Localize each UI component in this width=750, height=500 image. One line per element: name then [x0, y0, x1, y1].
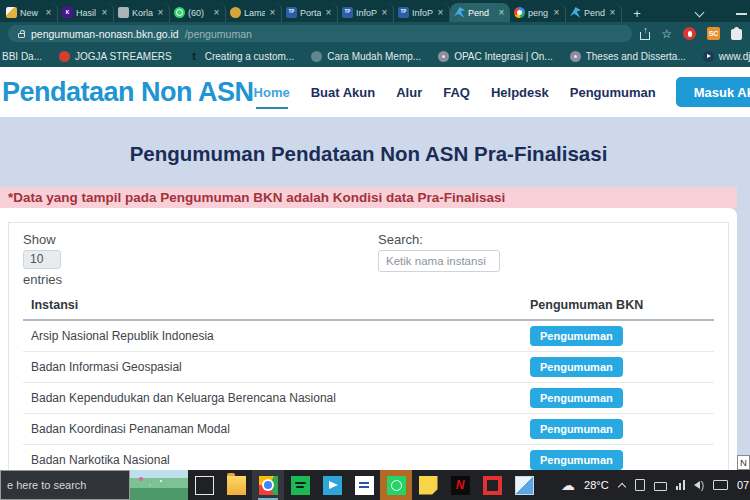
lock-icon[interactable] [18, 33, 25, 38]
tab-porta[interactable]: TP Porta [282, 3, 338, 22]
tab-whatsapp[interactable]: (60) [170, 3, 226, 22]
notice-banner: *Data yang tampil pada Pengumuman BKN ad… [0, 187, 737, 208]
weather-cloud-icon[interactable] [561, 478, 575, 492]
entries-select[interactable]: 10 [23, 250, 61, 269]
search-input[interactable] [378, 250, 500, 272]
share-icon[interactable] [640, 32, 650, 40]
screen: New K Hasil Korla (60) Lama TP Porta [0, 0, 750, 500]
nav-faq[interactable]: FAQ [443, 85, 470, 100]
login-button[interactable]: Masuk Ak [676, 77, 750, 107]
bookmark-cara-mudah[interactable]: Cara Mudah Memp... [311, 51, 421, 62]
tab-new[interactable]: New [2, 3, 58, 22]
tab-pendataan-2[interactable]: Pend [566, 3, 622, 22]
tab-close-icon[interactable] [156, 8, 165, 17]
tab-close-icon[interactable] [100, 8, 109, 17]
search-label: Search: [378, 232, 500, 247]
table-row: Badan Koordinasi Penanaman Modal Pengumu… [23, 414, 714, 445]
content-card: Show 10 entries Search: Instansi Pengumu… [0, 208, 737, 470]
weather-temp[interactable]: 28°C [584, 479, 609, 491]
bookmark-jogja-streamers[interactable]: JOGJA STREAMERS [59, 51, 172, 62]
spotlight-thumbnail[interactable] [130, 470, 188, 500]
nav-home[interactable]: Home [254, 85, 290, 100]
netflix-icon[interactable] [444, 470, 476, 500]
pengumuman-button[interactable]: Pengumuman [530, 357, 623, 377]
nav-pengumuman[interactable]: Pengumuman [570, 85, 656, 100]
task-view-icon[interactable] [188, 470, 220, 500]
bookmark-djk-esdm[interactable]: www.djk.esdm.go.id... [703, 51, 750, 62]
nav-alur[interactable]: Alur [396, 85, 422, 100]
bookmark-favicon [703, 51, 714, 62]
show-label: Show [23, 232, 714, 247]
tab-close-icon[interactable] [608, 8, 617, 17]
url-host: pengumuman-nonasn.bkn.go.id [31, 28, 179, 40]
tab-close-icon[interactable] [552, 8, 561, 17]
tray-chevron-up-icon[interactable] [618, 481, 626, 489]
bookmarks-bar: BBI Da... JOGJA STREAMERS Creating a cus… [0, 45, 750, 67]
chrome-icon[interactable] [252, 470, 284, 500]
tab-infop-2[interactable]: TP InfoP [394, 3, 450, 22]
tab-close-icon[interactable] [324, 8, 333, 17]
bookmark-creating-custom[interactable]: Creating a custom... [189, 51, 294, 62]
tab-close-icon[interactable] [212, 8, 221, 17]
volume-icon[interactable] [694, 480, 704, 491]
tab-favicon: TP [342, 7, 353, 18]
tab-lama[interactable]: Lama [226, 3, 282, 22]
tab-close-icon[interactable] [380, 8, 389, 17]
bookmark-favicon [438, 51, 449, 62]
address-bar[interactable]: pengumuman-nonasn.bkn.go.id /pengumuman [8, 25, 632, 42]
tab-close-icon[interactable] [44, 8, 53, 17]
tab-hasil[interactable]: K Hasil [58, 3, 114, 22]
site-header: Pendataan Non ASN HomeBuat AkunAlurFAQHe… [0, 67, 750, 117]
pengumuman-button[interactable]: Pengumuman [530, 419, 623, 439]
webpage-viewport: Pendataan Non ASN HomeBuat AkunAlurFAQHe… [0, 67, 750, 470]
tab-google-search[interactable]: peng [510, 3, 566, 22]
extensions-puzzle-icon[interactable] [731, 29, 742, 40]
tab-favicon: K [62, 7, 73, 18]
tab-korla[interactable]: Korla [114, 3, 170, 22]
new-tab-button[interactable] [627, 4, 647, 22]
touch-keyboard-icon[interactable] [713, 480, 728, 490]
photos-icon[interactable] [508, 470, 540, 500]
tab-favicon [454, 7, 465, 18]
minimize-window-button[interactable] [736, 4, 750, 22]
bookmark-favicon [59, 51, 70, 62]
pengumuman-button[interactable]: Pengumuman [530, 450, 623, 470]
clock[interactable]: 07 [737, 479, 750, 491]
column-header-pengumuman-bkn: Pengumuman BKN [530, 298, 643, 312]
opera-icon[interactable] [476, 470, 508, 500]
file-explorer-icon[interactable] [220, 470, 252, 500]
whatsapp-icon[interactable] [380, 470, 412, 500]
taskbar: e here to search [0, 470, 750, 500]
tray-device-icon[interactable] [654, 482, 667, 491]
bookmark-opac[interactable]: OPAC Integrasi | On... [438, 51, 553, 62]
nav-buat-akun[interactable]: Buat Akun [311, 85, 376, 100]
telegram-icon[interactable] [316, 470, 348, 500]
bookmark-theses[interactable]: Theses and Disserta... [570, 51, 686, 62]
spotify-icon[interactable] [284, 470, 316, 500]
tab-infop-1[interactable]: TP InfoP [338, 3, 394, 22]
bookmark-star-icon[interactable] [661, 28, 672, 40]
tab-favicon: TP [286, 7, 297, 18]
extension-sc-icon[interactable]: SC [707, 27, 720, 40]
taskbar-search[interactable]: e here to search [0, 470, 130, 500]
word-icon[interactable] [348, 470, 380, 500]
pengumuman-button[interactable]: Pengumuman [530, 326, 623, 346]
pengumuman-button[interactable]: Pengumuman [530, 388, 623, 408]
tab-close-icon[interactable] [497, 8, 506, 17]
bookmark-favicon [570, 51, 581, 62]
tab-close-icon[interactable] [268, 8, 277, 17]
nav-helpdesk[interactable]: Helpdesk [491, 85, 549, 100]
search-control: Search: [378, 232, 500, 272]
tab-search-chevron-icon[interactable] [690, 4, 710, 22]
site-logo[interactable]: Pendataan Non ASN [2, 77, 254, 108]
sticky-notes-icon[interactable] [412, 470, 444, 500]
system-tray: 28°C 07 [561, 478, 750, 492]
extension-red-icon[interactable] [683, 27, 696, 40]
wifi-signal-icon[interactable] [676, 480, 685, 490]
tab-pendataan-active[interactable]: Pend [450, 3, 510, 22]
tooltip-fragment: N [737, 455, 750, 470]
tab-favicon [174, 7, 185, 18]
bookmark-bbi[interactable]: BBI Da... [2, 51, 42, 62]
tab-close-icon[interactable] [436, 8, 445, 17]
tray-screen-icon[interactable] [635, 479, 645, 491]
